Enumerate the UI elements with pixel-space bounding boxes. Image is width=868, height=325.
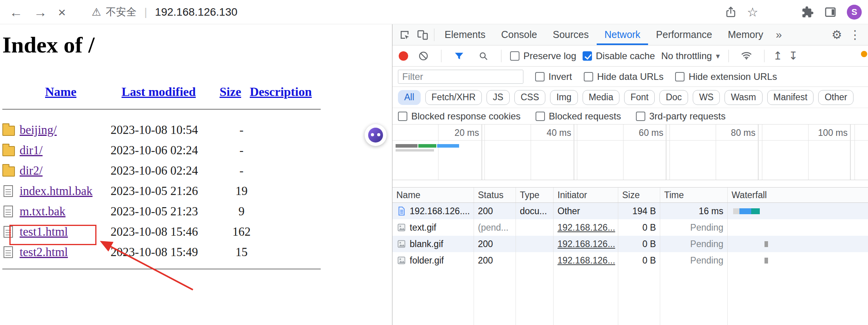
blocked-response-cookies-checkbox[interactable]: Blocked response cookies	[398, 111, 521, 122]
sort-by-modified-link[interactable]: Last modified	[122, 85, 196, 99]
filter-pill-js[interactable]: JS	[487, 90, 510, 105]
request-table-body: 192.168.126.... 200 docu... Other 194 B …	[392, 203, 868, 269]
directory-listing-page: Index of / Name Last modified Size Descr…	[0, 24, 392, 325]
device-toolbar-icon[interactable]	[414, 24, 432, 45]
preserve-log-checkbox[interactable]: Preserve log	[510, 51, 576, 61]
file-link[interactable]: test2.html	[20, 245, 111, 259]
notification-dot	[861, 51, 867, 57]
blocked-requests-checkbox[interactable]: Blocked requests	[536, 111, 621, 122]
label-strip-divider	[392, 140, 868, 141]
filter-pill-css[interactable]: CSS	[514, 90, 545, 105]
gridline	[758, 125, 759, 180]
file-link[interactable]: beijing/	[20, 123, 111, 137]
clear-network-log-icon[interactable]	[414, 45, 432, 66]
address-bar[interactable]: ⚠ 不安全 | 192.168.126.130	[92, 5, 238, 19]
tab-console[interactable]: Console	[493, 24, 545, 45]
image-icon	[396, 255, 407, 265]
image-icon	[396, 239, 407, 249]
request-row[interactable]: 192.168.126.... 200 docu... Other 194 B …	[392, 203, 868, 219]
filter-pill-wasm[interactable]: Wasm	[725, 90, 762, 105]
filter-pill-fetch-xhr[interactable]: Fetch/XHR	[425, 90, 482, 105]
assistant-float-button[interactable]	[365, 124, 387, 146]
initiator-link[interactable]: 192.168.126...	[557, 222, 615, 233]
preserve-log-label: Preserve log	[523, 51, 576, 61]
list-item: dir2/ 2023-10-06 02:24 -	[2, 161, 392, 181]
initiator-link[interactable]: 192.168.126...	[557, 239, 615, 249]
column-header-name[interactable]: Name	[392, 188, 474, 202]
stop-icon[interactable]: ×	[58, 0, 66, 24]
time-tick-label: 60 ms	[620, 128, 663, 138]
request-row[interactable]: blank.gif 200 192.168.126... 0 B Pending	[392, 236, 868, 252]
bookmark-star-icon[interactable]: ☆	[747, 5, 758, 20]
tab-performance[interactable]: Performance	[648, 24, 720, 45]
column-header-size[interactable]: Size	[618, 188, 660, 202]
disable-cache-checkbox[interactable]: Disable cache	[583, 51, 655, 61]
network-filter-input[interactable]	[398, 70, 523, 84]
tab-network[interactable]: Network	[597, 24, 648, 45]
file-size: 19	[224, 184, 259, 198]
share-icon[interactable]	[725, 6, 737, 18]
invert-checkbox[interactable]: Invert	[535, 71, 572, 82]
column-header-status[interactable]: Status	[474, 188, 516, 202]
tab-elements[interactable]: Elements	[437, 24, 493, 45]
export-har-icon[interactable]: ↧	[788, 49, 797, 62]
request-type	[516, 236, 554, 252]
more-tabs-icon[interactable]: »	[771, 29, 787, 41]
time-tick-label: 80 ms	[712, 128, 755, 138]
column-header-waterfall[interactable]: Waterfall	[728, 188, 868, 202]
side-panel-icon[interactable]	[824, 6, 837, 18]
file-link[interactable]: dir1/	[20, 143, 111, 157]
listing-column-headers: Name Last modified Size Description	[2, 85, 392, 100]
request-row[interactable]: text.gif (pend... 192.168.126... 0 B Pen…	[392, 219, 868, 236]
sort-by-description-link[interactable]: Description	[250, 85, 312, 99]
request-name: text.gif	[410, 222, 436, 233]
sort-by-name-link[interactable]: Name	[45, 85, 76, 99]
column-header-type[interactable]: Type	[516, 188, 554, 202]
import-har-icon[interactable]: ↥	[773, 49, 782, 62]
hide-data-urls-checkbox[interactable]: Hide data URLs	[584, 71, 663, 82]
back-icon[interactable]: ←	[9, 0, 23, 24]
waterfall-stalled-segment	[733, 208, 739, 214]
inspect-element-icon[interactable]	[396, 24, 414, 45]
folder-icon	[2, 166, 15, 177]
extensions-puzzle-icon[interactable]	[801, 6, 814, 18]
request-status: 200	[474, 236, 516, 252]
gridline	[666, 125, 666, 180]
filter-pill-doc[interactable]: Doc	[659, 90, 688, 105]
filter-pill-font[interactable]: Font	[624, 90, 655, 105]
kebab-menu-icon[interactable]: ⋮	[846, 28, 864, 42]
request-type	[516, 219, 554, 236]
filter-pill-ws[interactable]: WS	[693, 90, 720, 105]
filter-pill-manifest[interactable]: Manifest	[767, 90, 814, 105]
file-link[interactable]: index.html.bak	[20, 184, 111, 198]
column-header-initiator[interactable]: Initiator	[554, 188, 618, 202]
search-icon[interactable]	[474, 45, 492, 66]
divider	[764, 50, 764, 62]
gear-icon[interactable]: ⚙	[832, 28, 842, 42]
filter-pill-all[interactable]: All	[398, 90, 421, 105]
column-header-time[interactable]: Time	[660, 188, 728, 202]
network-overview-timeline[interactable]: 20 ms 40 ms 60 ms 80 ms 100 ms	[392, 125, 868, 180]
record-network-log-button[interactable]	[399, 51, 408, 61]
sort-by-size-link[interactable]: Size	[220, 85, 241, 99]
divider	[728, 50, 729, 62]
forward-icon[interactable]: →	[34, 0, 47, 24]
tab-sources[interactable]: Sources	[545, 24, 597, 45]
filter-pill-media[interactable]: Media	[583, 90, 620, 105]
request-name: blank.gif	[410, 239, 443, 249]
request-row[interactable]: folder.gif 200 192.168.126... 0 B Pendin…	[392, 252, 868, 269]
filter-pill-img[interactable]: Img	[550, 90, 577, 105]
file-link[interactable]: dir2/	[20, 164, 111, 178]
network-conditions-icon[interactable]	[737, 45, 755, 66]
tab-memory[interactable]: Memory	[720, 24, 771, 45]
throttling-select[interactable]: No throttling ▾	[661, 51, 719, 61]
filter-funnel-icon[interactable]	[450, 45, 468, 66]
initiator-link[interactable]: 192.168.126...	[557, 255, 615, 266]
filter-pill-other[interactable]: Other	[818, 90, 853, 105]
file-link[interactable]: m.txt.bak	[20, 204, 111, 218]
third-party-requests-checkbox[interactable]: 3rd-party requests	[636, 111, 726, 122]
file-icon	[4, 246, 13, 258]
hide-extension-urls-checkbox[interactable]: Hide extension URLs	[675, 71, 777, 82]
empty-cell	[392, 269, 474, 325]
profile-avatar[interactable]: S	[847, 5, 862, 20]
